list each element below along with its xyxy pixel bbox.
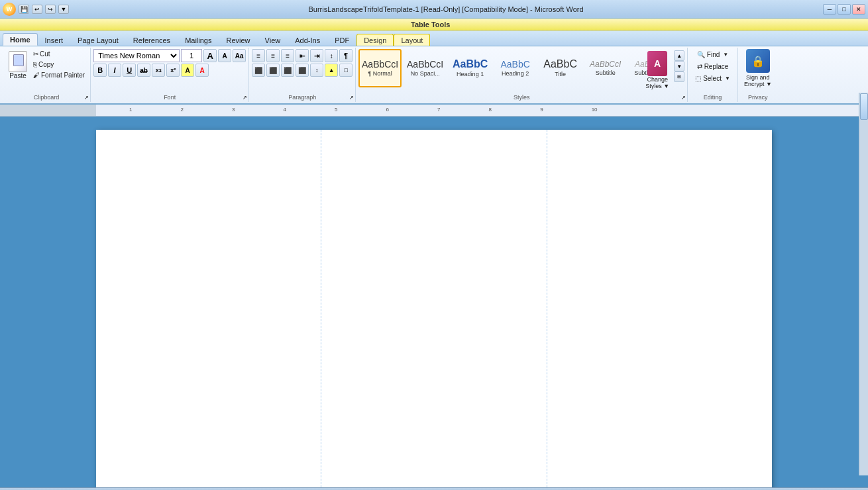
title-text: BurrisLandscapeTrifoldTemplate-1 [Read-O… (69, 5, 823, 13)
numbering-btn[interactable]: ≡ (266, 49, 280, 62)
multilevel-btn[interactable]: ≡ (281, 49, 294, 62)
style-no-spacing[interactable]: AaBbCcI No Spaci... (404, 49, 447, 87)
underline-btn[interactable]: U (123, 64, 136, 77)
para-row1: ≡ ≡ ≡ ⇤ ⇥ ↕ ¶ (252, 49, 353, 62)
tab-insert[interactable]: Insert (38, 34, 71, 46)
style-title-sample: AaBbC (543, 59, 577, 70)
tab-layout[interactable]: Layout (394, 34, 430, 46)
style-h2-label: Heading 2 (502, 70, 529, 77)
font-color-btn[interactable]: A (195, 64, 209, 77)
increase-indent-btn[interactable]: ⇥ (310, 49, 323, 62)
highlight-btn[interactable]: A (181, 64, 194, 77)
tab-add-ins[interactable]: Add-Ins (288, 34, 327, 46)
align-left-btn[interactable]: ⬛ (252, 64, 265, 77)
doc-column-right[interactable] (547, 130, 772, 487)
office-orb[interactable]: W (3, 3, 16, 16)
paste-button[interactable]: Paste (5, 49, 30, 81)
ribbon-group-paragraph: ≡ ≡ ≡ ⇤ ⇥ ↕ ¶ ⬛ ⬛ ⬛ ⬛ ↕ ▲ □ Paragraph ↗ (249, 48, 356, 102)
justify-btn[interactable]: ⬛ (296, 64, 309, 77)
styles-up-arrow[interactable]: ▲ (674, 50, 684, 61)
font-name-select[interactable]: Times New Roman (93, 49, 180, 62)
change-styles-icon: A (647, 51, 667, 76)
shading-btn[interactable]: ▲ (325, 64, 338, 77)
show-hide-btn[interactable]: ¶ (339, 49, 353, 62)
undo-btn[interactable]: ↩ (32, 5, 42, 14)
grow-font-btn[interactable]: A (203, 49, 217, 62)
find-icon: 🔍 (697, 51, 705, 58)
style-h2-sample: AaBbC (500, 60, 529, 69)
paste-label: Paste (9, 72, 27, 79)
change-styles-button[interactable]: A ChangeStyles ▼ (641, 49, 674, 101)
copy-icon: ⎘ (33, 61, 37, 68)
select-button[interactable]: ⬚ Select ▼ (690, 73, 735, 84)
style-title[interactable]: AaBbC Title (539, 49, 582, 87)
font-name-row: Times New Roman A A Aa (93, 49, 246, 62)
italic-btn[interactable]: I (108, 64, 121, 77)
cut-button[interactable]: ✂ Cut (30, 49, 87, 59)
line-spacing-btn[interactable]: ↕ (310, 64, 323, 77)
subscript-btn[interactable]: x₂ (152, 64, 165, 77)
align-center-btn[interactable]: ⬛ (266, 64, 280, 77)
vertical-scrollbar[interactable] (859, 93, 868, 475)
bold-btn[interactable]: B (93, 64, 107, 77)
styles-more-arrow[interactable]: ⊞ (674, 72, 684, 82)
replace-icon: ⇄ (697, 63, 702, 70)
find-button[interactable]: 🔍 Find ▼ (692, 49, 733, 60)
borders-btn[interactable]: □ (339, 64, 353, 77)
style-heading2[interactable]: AaBbC Heading 2 (494, 49, 537, 87)
clipboard-expand[interactable]: ↗ (84, 95, 89, 101)
tab-mailings[interactable]: Mailings (178, 34, 219, 46)
style-h1-sample: AaBbC (453, 59, 488, 70)
align-right-btn[interactable]: ⬛ (281, 64, 294, 77)
change-case-btn[interactable]: Aa (233, 49, 246, 62)
scroll-thumb[interactable] (860, 93, 868, 120)
sign-encrypt-label: Sign andEncrypt ▼ (744, 74, 772, 87)
replace-button[interactable]: ⇄ Replace (692, 61, 733, 72)
font-label: Font (91, 94, 248, 101)
privacy-label: Privacy (738, 94, 778, 101)
style-heading1[interactable]: AaBbC Heading 1 (449, 49, 492, 87)
sort-btn[interactable]: ↕ (325, 49, 338, 62)
save-btn[interactable]: 💾 (19, 5, 29, 14)
clipboard-label: Clipboard (3, 94, 90, 101)
tab-home[interactable]: Home (3, 33, 38, 46)
tab-design[interactable]: Design (356, 34, 394, 46)
font-expand[interactable]: ↗ (243, 95, 247, 101)
decrease-indent-btn[interactable]: ⇤ (296, 49, 309, 62)
format-painter-button[interactable]: 🖌 Format Painter (30, 70, 87, 80)
tab-pdf[interactable]: PDF (327, 34, 356, 46)
doc-column-center[interactable] (321, 130, 547, 487)
customize-btn[interactable]: ▼ (58, 5, 69, 14)
select-icon: ⬚ (695, 75, 701, 82)
minimize-btn[interactable]: ─ (823, 4, 836, 15)
style-normal[interactable]: AaBbCcI ¶ Normal (358, 49, 402, 87)
document-area[interactable] (0, 117, 868, 487)
ruler: 1 2 3 4 5 6 7 8 9 10 (0, 105, 868, 117)
tab-review[interactable]: Review (219, 34, 257, 46)
status-bar: Page: 1 of 1 Words: 0 ✓ ▤ ⬜ 🌐 ☰ 📄 − + 10… (0, 487, 868, 490)
copy-button[interactable]: ⎘ Copy (30, 60, 87, 70)
clipboard-small-btns: ✂ Cut ⎘ Copy 🖌 Format Painter (30, 49, 87, 89)
ribbon: Paste ✂ Cut ⎘ Copy 🖌 Format Painter (0, 46, 868, 105)
bullets-btn[interactable]: ≡ (252, 49, 265, 62)
table-tools-label: Table Tools (411, 21, 451, 28)
doc-column-left[interactable] (96, 130, 321, 487)
style-subtitle[interactable]: AaBbCcI Subtitle (584, 49, 627, 87)
tab-references[interactable]: References (126, 34, 178, 46)
ribbon-group-privacy: 🔒 Sign andEncrypt ▼ Privacy (738, 48, 778, 102)
style-h1-label: Heading 1 (457, 71, 484, 77)
close-btn[interactable]: ✕ (852, 4, 865, 15)
styles-expand[interactable]: ↗ (681, 95, 686, 101)
shrink-font-btn[interactable]: A (218, 49, 231, 62)
styles-down-arrow[interactable]: ▼ (674, 61, 684, 72)
font-size-input[interactable] (181, 49, 202, 62)
title-bar: W 💾 ↩ ↪ ▼ BurrisLandscapeTrifoldTemplate… (0, 0, 868, 19)
paragraph-expand[interactable]: ↗ (349, 95, 354, 101)
redo-btn[interactable]: ↪ (45, 5, 56, 14)
tab-view[interactable]: View (258, 34, 288, 46)
style-subtitle-label: Subtitle (596, 70, 616, 76)
strikethrough-btn[interactable]: ab (137, 64, 150, 77)
tab-page-layout[interactable]: Page Layout (70, 34, 126, 46)
superscript-btn[interactable]: x² (166, 64, 180, 77)
maximize-btn[interactable]: □ (838, 4, 851, 15)
